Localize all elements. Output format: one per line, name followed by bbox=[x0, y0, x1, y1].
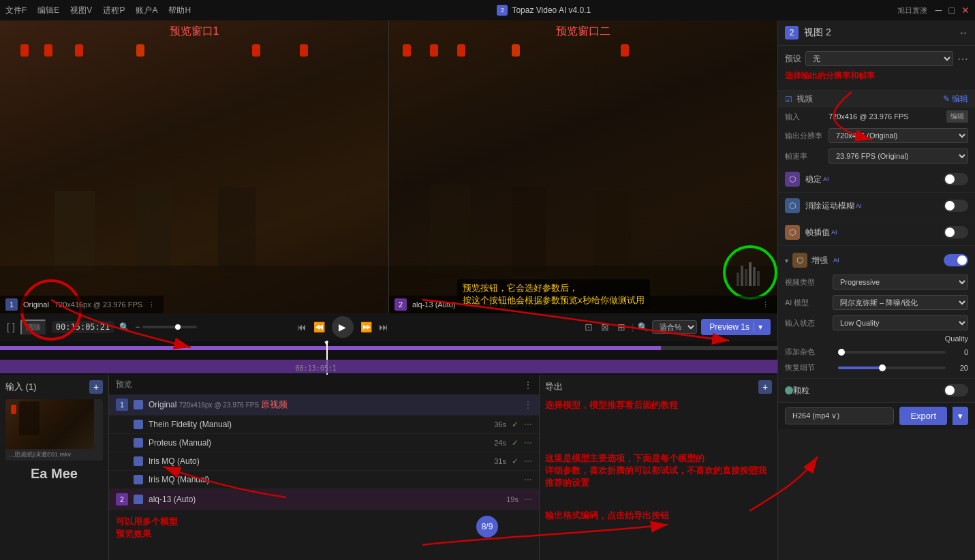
grain-toggle[interactable] bbox=[944, 384, 968, 396]
item-more-1[interactable]: ⋮ bbox=[524, 400, 532, 409]
bracket-start[interactable]: [ bbox=[7, 322, 10, 332]
r-lantern-2 bbox=[430, 44, 438, 57]
item-more-2[interactable]: ⋯ bbox=[524, 420, 532, 429]
add-export-button[interactable]: + bbox=[758, 380, 772, 394]
add-input-button[interactable]: + bbox=[89, 380, 103, 394]
track2-name: alq-13 (Auto) bbox=[412, 300, 456, 309]
recover-detail-slider[interactable] bbox=[838, 367, 946, 369]
menu-help[interactable]: 帮助H bbox=[168, 5, 191, 16]
track1-more[interactable]: ⋮ bbox=[148, 300, 158, 309]
item-more-5[interactable]: ⋯ bbox=[524, 475, 532, 484]
item-more-6[interactable]: ⋯ bbox=[524, 495, 532, 504]
menu-file[interactable]: 文件F bbox=[5, 5, 27, 16]
annotation-text-preview: 预览按钮，它会选好参数后， 按这个按钮他会根据参数预览x秒给你做测试用 bbox=[457, 279, 650, 309]
video-type-select[interactable]: Progressive bbox=[833, 275, 968, 290]
output-res-select[interactable]: 720x416 (Original) bbox=[829, 128, 968, 143]
preset-select[interactable]: 无 bbox=[805, 51, 953, 66]
timeline[interactable]: 00:13:05:1 bbox=[0, 341, 777, 375]
annotation-res-fps: 选择输出的分辨率和帧率 bbox=[785, 70, 968, 82]
preview-item-proteus[interactable]: Proteus (Manual) 24s ✓ ⋯ bbox=[109, 434, 539, 452]
interpolation-toggle[interactable] bbox=[944, 226, 968, 238]
lantern-2 bbox=[44, 44, 52, 57]
annotation-models-text2: 预览效果 bbox=[116, 528, 532, 540]
preview-item-alq13[interactable]: 2 alq-13 (Auto) 19s ⋯ bbox=[109, 489, 539, 510]
preview-item-thein[interactable]: Thein Fidelity (Manual) 36s ✓ ⋯ bbox=[109, 416, 539, 434]
export-section: 导出 + 选择模型，模型推荐看后面的教程 这里是模型主要选项，下面是每个模型的 … bbox=[539, 375, 777, 560]
view-grid-icon[interactable]: ⊞ bbox=[615, 320, 628, 335]
step-back-button[interactable]: ⏪ bbox=[313, 322, 325, 332]
add-noise-slider[interactable] bbox=[838, 351, 946, 354]
motion-blur-ai-badge: AI bbox=[856, 202, 862, 209]
motion-blur-toggle[interactable] bbox=[944, 200, 968, 212]
step-forward-button[interactable]: ⏩ bbox=[360, 322, 372, 332]
item-name-2: Thein Fidelity (Manual) bbox=[149, 420, 489, 429]
right-panel: 2 视图 2 ↔ 预设 无 ⋯ 选择输出的分辨率和帧率 ☑ 视频 ✎ 编辑 输入… bbox=[777, 20, 975, 560]
preview-dropdown-arrow[interactable]: ▾ bbox=[754, 322, 762, 332]
recover-detail-thumb[interactable] bbox=[879, 364, 886, 371]
export-title: 导出 bbox=[545, 381, 563, 393]
preview-item-original[interactable]: 1 Original 720x416px @ 23.976 FPS 原视频 ⋮ bbox=[109, 394, 539, 416]
item-check-2[interactable]: ✓ bbox=[512, 420, 519, 429]
track1-overlay: 1 Original 720x416px @ 23.976 FPS ⋮ bbox=[0, 296, 164, 313]
menu-process[interactable]: 进程P bbox=[103, 5, 125, 16]
view-split-icon[interactable]: ⊠ bbox=[599, 320, 611, 335]
preview-list-more[interactable]: ⋮ bbox=[524, 380, 532, 390]
preset-more-icon[interactable]: ⋯ bbox=[957, 52, 968, 65]
framerate-select[interactable]: 23.976 FPS (Original) bbox=[829, 149, 968, 164]
export-button[interactable]: Export bbox=[899, 407, 947, 425]
input-thumbnail[interactable]: …思疏眠)演遭E01.mkv bbox=[5, 399, 103, 461]
video-edit-icon[interactable]: ✎ 编辑 bbox=[943, 93, 968, 105]
item-check-4[interactable]: ✓ bbox=[512, 456, 519, 466]
preview-item-iris-auto[interactable]: Iris MQ (Auto) 31s ✓ ⋯ bbox=[109, 452, 539, 471]
export-format[interactable]: H264 (mp4 ∨) bbox=[785, 407, 894, 424]
ai-model-select[interactable]: 阿尔克弥斯 – 降噪/锐化 bbox=[833, 295, 968, 310]
enhance-toggle[interactable] bbox=[944, 254, 968, 266]
track2-more[interactable]: ⋮ bbox=[762, 300, 772, 309]
minimize-button[interactable]: ─ bbox=[935, 5, 942, 16]
item-time-2: 36s bbox=[494, 420, 506, 429]
annotation-model-params2: 详细参数，喜欢折腾的可以都试试，不喜欢的直接按照我推荐的设置 bbox=[545, 465, 772, 489]
zoom-control: − bbox=[135, 322, 197, 332]
framerate-row: 帧速率 23.976 FPS (Original) bbox=[778, 146, 975, 166]
item-check-3[interactable]: ✓ bbox=[512, 438, 519, 448]
enhance-chevron-icon[interactable]: ▾ bbox=[785, 257, 788, 264]
menu-edit[interactable]: 编辑E bbox=[37, 5, 59, 16]
item-more-4[interactable]: ⋯ bbox=[524, 456, 532, 466]
play-button[interactable]: ▶ bbox=[332, 316, 354, 338]
export-dropdown-button[interactable]: ▾ bbox=[953, 407, 968, 425]
app-title-text: Topaz Video AI v4.0.1 bbox=[512, 5, 591, 15]
skip-end-button[interactable]: ⏭ bbox=[379, 322, 388, 332]
panel-expand-icon[interactable]: ↔ bbox=[959, 27, 968, 38]
motion-blur-row: ⬡ 消除运动模糊 AI bbox=[778, 193, 975, 219]
ea-mee-text: Ea Mee bbox=[5, 466, 103, 482]
lantern-4 bbox=[136, 44, 144, 57]
close-button[interactable]: ✕ bbox=[961, 5, 970, 16]
preview-area: 预览窗口1 1 Original 720x4 bbox=[0, 20, 777, 313]
preview-item-iris-manual[interactable]: Iris MQ (Manual) ⋯ bbox=[109, 471, 539, 489]
menu-account[interactable]: 账户A bbox=[136, 5, 157, 16]
zoom-slider[interactable] bbox=[142, 326, 197, 328]
lantern-5 bbox=[252, 44, 260, 57]
preview-button[interactable]: Preview 1s ▾ bbox=[701, 319, 771, 335]
input-quality-select[interactable]: Low Quality bbox=[833, 315, 968, 330]
search-icon[interactable]: 🔍 bbox=[119, 322, 129, 332]
lantern-3 bbox=[75, 44, 83, 57]
stabilize-toggle[interactable] bbox=[944, 173, 968, 185]
zoom-minus-icon[interactable]: − bbox=[135, 322, 140, 332]
preview-list-header: 预览 ⋮ bbox=[109, 375, 539, 394]
item-num-1: 1 bbox=[116, 399, 128, 411]
view-single-icon[interactable]: ⊡ bbox=[583, 320, 595, 335]
interpolation-ai-badge: AI bbox=[831, 229, 837, 236]
bracket-end[interactable]: ] bbox=[12, 322, 15, 332]
zoom-icon[interactable]: 🔍 bbox=[638, 322, 648, 332]
skip-start-button[interactable]: ⏮ bbox=[297, 322, 307, 332]
maximize-button[interactable]: □ bbox=[949, 5, 955, 16]
menu-bar: 文件F 编辑E 视图V 进程P 账户A 帮助H bbox=[5, 5, 191, 16]
item-name-1: Original 720x416px @ 23.976 FPS 原视频 bbox=[149, 399, 519, 411]
item-more-3[interactable]: ⋯ bbox=[524, 438, 532, 448]
add-noise-thumb[interactable] bbox=[838, 349, 845, 356]
input-edit-button[interactable]: 编辑 bbox=[946, 110, 968, 123]
menu-view[interactable]: 视图V bbox=[70, 5, 92, 16]
zoom-select[interactable]: 适合% 100% 50% bbox=[652, 320, 697, 334]
brand-label: 旭日寰澳 bbox=[897, 5, 927, 16]
